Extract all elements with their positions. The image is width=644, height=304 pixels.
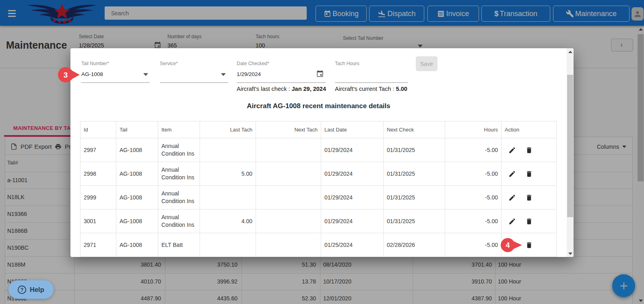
col-next-check: Next Check <box>384 121 445 138</box>
cell-item: Annual Condition Ins <box>158 210 200 233</box>
table-row: 2997 AG-1008 Annual Condition Ins 01/29/… <box>80 138 557 162</box>
field-underline <box>335 82 408 83</box>
field-underline <box>81 82 150 83</box>
table-row: 2998 AG-1008 Annual Condition Ins 5.00 0… <box>80 162 557 186</box>
last-check-info: Aircraft's last check : Jan 29, 2024 <box>237 86 326 92</box>
modal-scrollbar-thumb[interactable] <box>567 75 573 217</box>
scroll-up-arrow-icon[interactable] <box>568 51 572 53</box>
cell-item: Annual Condition Ins <box>158 162 200 186</box>
save-button[interactable]: Save <box>416 56 438 71</box>
table-row: 3001 AG-1008 Annual Condition Ins 4.00 0… <box>80 210 557 233</box>
col-hours: Hours <box>445 121 502 138</box>
cell-hours: -5.00 <box>445 162 502 186</box>
screenshot-stage: Booking Dispatch Invoice $ Transaction M… <box>0 0 644 304</box>
delete-trash-icon[interactable] <box>525 170 533 178</box>
cell-next-tach <box>256 162 321 186</box>
col-id: Id <box>80 121 116 138</box>
date-checked-label: Date Checked* <box>237 61 269 66</box>
question-mark-icon: ? <box>17 285 27 294</box>
maintenance-dialog: Tail Number* AG-1008 Service* Date Check… <box>70 48 574 257</box>
edit-pencil-icon[interactable] <box>508 146 516 154</box>
col-next-tach: Next Tach <box>256 121 321 138</box>
cell-tail: AG-1008 <box>116 186 158 210</box>
cell-tail: AG-1008 <box>116 162 158 186</box>
cell-item: Annual Condition Ins <box>158 186 200 210</box>
delete-trash-icon[interactable] <box>525 194 533 201</box>
help-button[interactable]: ? Help <box>8 280 54 299</box>
cell-id: 2999 <box>80 186 116 210</box>
col-last-date: Last Date <box>321 121 384 138</box>
cell-last-date: 01/25/2024 <box>321 233 384 257</box>
annotation-step-3: 3 <box>57 66 80 83</box>
help-label: Help <box>30 286 44 294</box>
cell-next-check: 01/31/2025 <box>384 210 445 233</box>
scroll-down-arrow-icon[interactable] <box>568 253 572 255</box>
cell-next-check: 01/31/2025 <box>384 186 445 210</box>
tail-number-value[interactable]: AG-1008 <box>81 71 103 77</box>
cell-last-date: 01/29/2024 <box>321 162 384 186</box>
chevron-down-icon[interactable] <box>221 73 226 76</box>
cell-next-check: 01/31/2025 <box>384 162 445 186</box>
chevron-down-icon[interactable] <box>143 73 148 76</box>
cell-last-tach: 5.00 <box>200 162 256 186</box>
last-check-value: Jan 29, 2024 <box>292 86 326 92</box>
calendar-icon[interactable] <box>316 70 324 77</box>
recent-maintenance-table: Id Tail Item Last Tach Next Tach Last Da… <box>80 121 557 257</box>
edit-pencil-icon[interactable] <box>508 170 516 178</box>
col-last-tach: Last Tach <box>200 121 256 138</box>
service-label: Service* <box>160 61 178 66</box>
col-action: Action <box>502 121 557 138</box>
tail-number-label: Tail Number* <box>81 61 109 66</box>
cell-last-tach <box>200 186 256 210</box>
tach-hours-field-label: Tach Hours <box>335 61 359 66</box>
cell-next-tach <box>256 186 321 210</box>
cell-next-tach <box>256 233 321 257</box>
cell-last-tach: 4.00 <box>200 210 256 233</box>
cell-tail: AG-1008 <box>116 138 158 162</box>
cell-last-tach <box>200 138 256 162</box>
cell-tail: AG-1008 <box>116 233 158 257</box>
field-underline <box>160 82 228 83</box>
delete-trash-icon[interactable] <box>525 241 533 249</box>
cell-hours: -5.00 <box>445 186 502 210</box>
cell-last-date: 01/29/2024 <box>321 186 384 210</box>
modal-heading: Aircraft AG-1008 recent maintenance deta… <box>70 102 567 110</box>
edit-pencil-icon[interactable] <box>508 218 516 225</box>
delete-trash-icon[interactable] <box>525 146 533 154</box>
cell-id: 3001 <box>80 210 116 233</box>
current-tach-info: Aircraft's current Tach : 5.00 <box>335 86 407 92</box>
col-item: Item <box>158 121 200 138</box>
cell-next-tach <box>256 138 321 162</box>
table-row: 2971 AG-1008 ELT Batt 01/25/2024 02/28/2… <box>80 233 557 257</box>
table-row: 2999 AG-1008 Annual Condition Ins 01/29/… <box>80 186 557 210</box>
current-tach-value: 5.00 <box>396 86 407 92</box>
cell-id: 2997 <box>80 138 116 162</box>
edit-pencil-icon[interactable] <box>508 194 516 201</box>
cell-last-date: 01/29/2024 <box>321 210 384 233</box>
cell-hours: -5.00 <box>445 233 502 257</box>
delete-trash-icon[interactable] <box>525 218 533 225</box>
cell-last-date: 01/29/2024 <box>321 138 384 162</box>
field-underline <box>237 82 326 83</box>
cell-hours: -5.00 <box>445 138 502 162</box>
annotation-step-4: 4 <box>500 238 523 253</box>
modal-scrollbar[interactable] <box>567 48 574 257</box>
cell-hours: -5.00 <box>445 210 502 233</box>
annotation-step-3-number: 3 <box>64 71 68 79</box>
cell-item: Annual Condition Ins <box>158 138 200 162</box>
cell-next-check: 02/28/2026 <box>384 233 445 257</box>
table-header-row: Id Tail Item Last Tach Next Tach Last Da… <box>80 121 557 138</box>
cell-id: 2998 <box>80 162 116 186</box>
cell-next-check: 01/31/2025 <box>384 138 445 162</box>
cell-item: ELT Batt <box>158 233 200 257</box>
date-checked-value[interactable]: 1/29/2024 <box>237 71 261 77</box>
annotation-step-4-number: 4 <box>506 241 510 249</box>
cell-id: 2971 <box>80 233 116 257</box>
col-tail: Tail <box>116 121 158 138</box>
cell-next-tach <box>256 210 321 233</box>
cell-last-tach <box>200 233 256 257</box>
cell-tail: AG-1008 <box>116 210 158 233</box>
svg-text:?: ? <box>21 287 24 293</box>
